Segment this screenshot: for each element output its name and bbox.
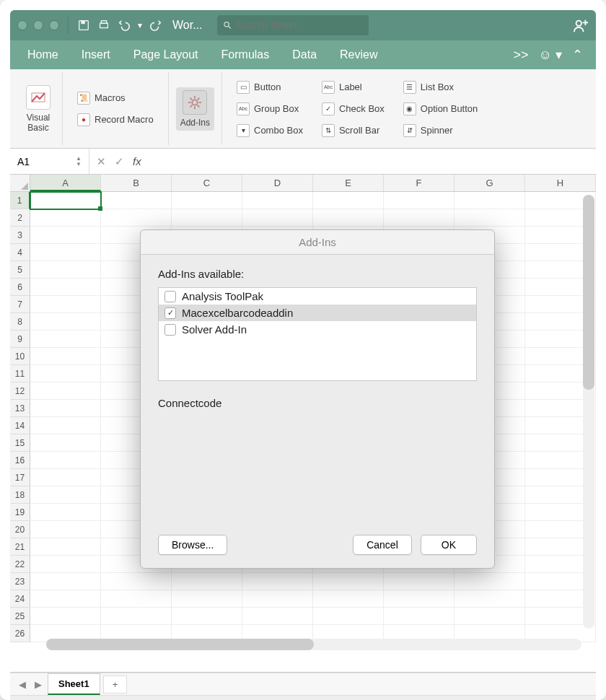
cell[interactable] (30, 209, 101, 227)
cell[interactable] (313, 209, 384, 227)
row-header[interactable]: 21 (10, 538, 30, 556)
cell[interactable] (242, 590, 313, 608)
ctrl-button[interactable]: ▭Button (234, 79, 306, 95)
ctrl-label[interactable]: AbcLabel (319, 79, 387, 95)
cell[interactable] (454, 209, 525, 227)
cell[interactable] (172, 590, 242, 608)
search-input[interactable] (236, 19, 362, 31)
cell[interactable] (30, 486, 101, 504)
column-header[interactable]: D (242, 175, 313, 191)
smiley-icon[interactable]: ☺ ▾ (539, 47, 562, 63)
record-macro-button[interactable]: ●Record Macro (74, 112, 157, 128)
cell[interactable] (242, 608, 313, 625)
row-header[interactable]: 15 (10, 434, 30, 452)
cell[interactable] (101, 590, 172, 608)
browse-button[interactable]: Browse... (158, 535, 227, 555)
cell[interactable] (101, 573, 172, 590)
print-icon[interactable] (97, 19, 110, 32)
cell[interactable] (30, 279, 101, 296)
fx-label[interactable]: fx (133, 155, 141, 167)
cell[interactable] (454, 573, 525, 590)
visual-basic-button[interactable]: Visual Basic (22, 82, 55, 136)
column-header[interactable]: E (313, 175, 384, 191)
tabs-more-icon[interactable]: >> (514, 48, 529, 63)
row-header[interactable]: 6 (10, 279, 30, 296)
cell[interactable] (30, 348, 101, 365)
cell[interactable] (172, 209, 242, 227)
cell[interactable] (384, 590, 454, 608)
row-header[interactable]: 25 (10, 608, 30, 625)
macros-button[interactable]: 📜Macros (74, 90, 157, 106)
row-header[interactable]: 8 (10, 313, 30, 331)
row-header[interactable]: 20 (10, 521, 30, 538)
row-header[interactable]: 10 (10, 348, 30, 365)
enter-formula-icon[interactable]: ✓ (115, 155, 124, 168)
checkbox-icon[interactable] (164, 324, 176, 336)
cell[interactable] (101, 192, 172, 209)
tab-page-layout[interactable]: Page Layout (122, 40, 210, 69)
cell[interactable] (454, 590, 525, 608)
cell[interactable] (101, 608, 172, 625)
checkbox-icon[interactable]: ✓ (164, 307, 176, 319)
cell[interactable] (30, 469, 101, 486)
cell[interactable] (30, 608, 101, 625)
ctrl-combobox[interactable]: ▾Combo Box (234, 123, 306, 139)
share-icon[interactable] (573, 17, 589, 33)
cell[interactable] (454, 608, 525, 625)
tab-insert[interactable]: Insert (70, 40, 122, 69)
row-header[interactable]: 7 (10, 296, 30, 313)
cell[interactable] (30, 538, 101, 556)
cell[interactable] (30, 521, 101, 538)
row-header[interactable]: 16 (10, 452, 30, 469)
redo-icon[interactable] (149, 19, 162, 32)
cell[interactable] (30, 573, 101, 590)
add-sheet-button[interactable]: + (103, 675, 128, 694)
select-all-corner[interactable] (10, 175, 30, 191)
cell[interactable] (30, 434, 101, 452)
row-header[interactable]: 4 (10, 244, 30, 261)
row-header[interactable]: 22 (10, 556, 30, 573)
addin-item[interactable]: Analysis ToolPak (159, 288, 476, 305)
column-header[interactable]: A (30, 175, 101, 191)
cell[interactable] (384, 192, 454, 209)
ctrl-checkbox[interactable]: ✓Check Box (319, 101, 387, 117)
cell[interactable] (30, 313, 101, 331)
close-icon[interactable] (17, 20, 27, 30)
cell[interactable] (384, 573, 454, 590)
cell[interactable] (454, 192, 525, 209)
addins-list[interactable]: Analysis ToolPak✓MacexcelbarcodeaddinSol… (158, 287, 477, 381)
undo-icon[interactable] (118, 19, 131, 32)
cell[interactable] (30, 365, 101, 382)
sheet-next-icon[interactable]: ▶ (32, 679, 45, 690)
ok-button[interactable]: OK (421, 535, 477, 555)
row-header[interactable]: 24 (10, 590, 30, 608)
row-header[interactable]: 19 (10, 504, 30, 521)
minimize-icon[interactable] (33, 20, 43, 30)
checkbox-icon[interactable] (164, 291, 176, 302)
tab-formulas[interactable]: Formulas (210, 40, 281, 69)
ctrl-listbox[interactable]: ☰List Box (400, 79, 481, 95)
cell[interactable] (30, 504, 101, 521)
cell[interactable] (172, 573, 242, 590)
row-header[interactable]: 12 (10, 382, 30, 400)
cell[interactable] (30, 192, 101, 209)
cell[interactable] (30, 261, 101, 279)
column-header[interactable]: F (384, 175, 454, 191)
namebox-spinner-icon[interactable]: ▲▼ (76, 156, 82, 167)
column-header[interactable]: G (454, 175, 525, 191)
collapse-ribbon-icon[interactable]: ⌃ (572, 47, 583, 63)
cancel-formula-icon[interactable]: ✕ (97, 155, 106, 168)
cell[interactable] (384, 209, 454, 227)
row-header[interactable]: 5 (10, 261, 30, 279)
cell[interactable] (30, 590, 101, 608)
cell[interactable] (313, 192, 384, 209)
addin-item[interactable]: ✓Macexcelbarcodeaddin (159, 305, 476, 321)
sheet-prev-icon[interactable]: ◀ (16, 679, 29, 690)
row-header[interactable]: 2 (10, 209, 30, 227)
row-header[interactable]: 23 (10, 573, 30, 590)
row-header[interactable]: 14 (10, 417, 30, 434)
column-header[interactable]: C (172, 175, 242, 191)
ctrl-optionbutton[interactable]: ◉Option Button (400, 101, 481, 117)
addins-button[interactable]: Add-Ins (176, 87, 214, 131)
row-header[interactable]: 26 (10, 625, 30, 642)
